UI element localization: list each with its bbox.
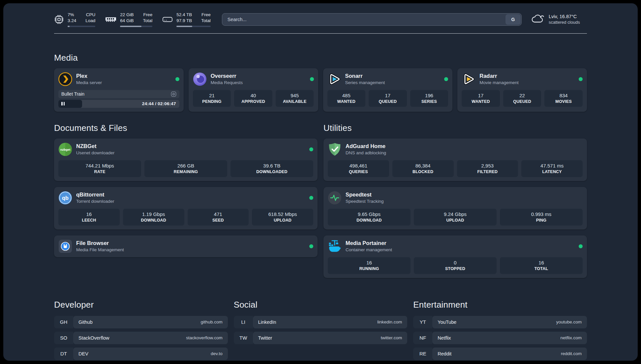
svg-text:nzbget: nzbget: [60, 147, 71, 151]
stat-blocked: 86,384BLOCKED: [392, 160, 454, 177]
search-input[interactable]: [222, 13, 522, 26]
stat-upload: 9.24 GbpsUPLOAD: [414, 209, 497, 226]
service-card-speedtest[interactable]: Speedtest Speedtest Tracking 9.65 GbpsDO…: [323, 187, 587, 229]
bookmark-abbr: SO: [54, 332, 73, 344]
weather-condition: scattered clouds: [549, 20, 580, 25]
service-desc: Media Requests: [211, 80, 243, 85]
bookmark-group-entertainment: Entertainment YT YouTubeyoutube.com NF N…: [413, 300, 587, 361]
service-desc: Usenet downloader: [76, 150, 114, 155]
bookmark-group-social: Social LI LinkedInlinkedin.com TW Twitte…: [234, 300, 408, 361]
stat-stopped: 0STOPPED: [414, 257, 497, 274]
search-provider-button[interactable]: G: [505, 14, 521, 25]
bookmark-abbr: LI: [234, 316, 253, 328]
status-dot: [579, 77, 583, 81]
service-desc: Torrent downloader: [76, 199, 114, 204]
radarr-icon: [462, 72, 475, 86]
stat-queued: 22QUEUED: [503, 90, 541, 107]
playback-time: 24:44 / 02:06:47: [142, 101, 176, 106]
bookmark-linkedin[interactable]: LI LinkedInlinkedin.com: [234, 316, 408, 328]
bookmark-url: github.com: [201, 319, 223, 324]
bookmark-url: stackoverflow.com: [186, 335, 222, 340]
bookmark-netflix[interactable]: NF Netflixnetflix.com: [413, 332, 587, 344]
cpu-icon: [54, 15, 64, 24]
service-desc: Container management: [346, 247, 392, 252]
dashboard-page: 7%3.24 CPULoad: [3, 3, 638, 361]
service-desc: Speedtest Tracking: [346, 199, 384, 204]
service-card-adguard[interactable]: AdGuard Home DNS and adblocking 498,461Q…: [323, 138, 587, 181]
section-title-social: Social: [234, 300, 408, 310]
stat-download: 1.19 GbpsDOWNLOAD: [123, 209, 184, 226]
bookmark-youtube[interactable]: YT YouTubeyoutube.com: [413, 316, 587, 328]
service-desc: DNS and adblocking: [346, 150, 386, 155]
section-title-entertainment: Entertainment: [413, 300, 587, 310]
service-name: Overseerr: [211, 73, 243, 79]
stat-available: 945AVAILABLE: [276, 90, 314, 107]
bookmark-stackoverflow[interactable]: SO StackOverflowstackoverflow.com: [54, 332, 228, 344]
service-card-qbittorrent[interactable]: qb qBittorrent Torrent downloader: [54, 187, 318, 229]
bookmark-name: Netflix: [438, 335, 451, 341]
bookmark-abbr: GH: [54, 316, 73, 328]
resource-widgets: 7%3.24 CPULoad: [54, 12, 211, 27]
search-bar: G: [222, 13, 522, 26]
speedtest-icon: [328, 191, 342, 205]
bookmark-url: dev.to: [211, 351, 223, 356]
stat-series: 196SERIES: [410, 90, 448, 107]
bookmark-name: YouTube: [438, 319, 456, 325]
stat-seed: 471SEED: [188, 209, 249, 226]
topbar-divider: [54, 33, 587, 34]
bookmark-github[interactable]: GH Githubgithub.com: [54, 316, 228, 328]
service-name: NZBGet: [76, 143, 114, 150]
bookmark-url: youtube.com: [556, 319, 582, 324]
plex-icon: [58, 72, 72, 86]
bookmark-url: reddit.com: [561, 351, 582, 356]
service-card-filebrowser[interactable]: File Browser Media File Management: [54, 235, 318, 257]
qbittorrent-icon: qb: [58, 191, 72, 205]
bookmark-url: linkedin.com: [377, 319, 402, 324]
stat-rate: 744.21 MbpsRATE: [58, 160, 141, 177]
service-name: qBittorrent: [76, 192, 114, 198]
pause-icon[interactable]: [61, 102, 65, 106]
now-playing-icon: [171, 91, 176, 97]
bookmark-dev[interactable]: DT DEVdev.to: [54, 348, 228, 360]
stat-queued: 17QUEUED: [369, 90, 407, 107]
portainer-icon: [328, 239, 342, 253]
section-media: Media Plex Media server: [54, 53, 587, 112]
bookmark-reddit[interactable]: RE Redditreddit.com: [413, 348, 587, 360]
status-dot: [309, 147, 313, 151]
service-name: Sonarr: [345, 73, 385, 79]
bookmark-name: LinkedIn: [258, 319, 276, 325]
service-desc: Movie management: [479, 80, 519, 85]
bookmark-name: DEV: [78, 351, 88, 356]
bookmark-twitter[interactable]: TW Twittertwitter.com: [234, 332, 408, 344]
stat-leech: 16LEECH: [58, 209, 120, 226]
bookmark-url: twitter.com: [381, 335, 402, 340]
bookmark-group-developer: Developer GH Githubgithub.com SO StackOv…: [54, 300, 228, 361]
service-card-overseerr[interactable]: Overseerr Media Requests 21PENDING 40APP…: [189, 68, 318, 112]
section-title-developer: Developer: [54, 300, 228, 310]
bookmark-abbr: RE: [413, 348, 432, 360]
bookmark-name: StackOverflow: [78, 335, 109, 341]
svg-text:qb: qb: [62, 195, 69, 200]
service-card-sonarr[interactable]: Sonarr Series management 485WANTED 17QUE…: [323, 68, 453, 112]
resource-widget-memory: 22 GiB64 GiB FreeTotal: [105, 12, 152, 27]
memory-labels: FreeTotal: [143, 12, 153, 24]
cpu-usage-bar: [68, 26, 95, 27]
bookmark-abbr: YT: [413, 316, 432, 328]
nzbget-icon: nzbget: [58, 142, 72, 156]
section-documents: Documents & Files nzbget: [54, 123, 318, 278]
section-utilities: Utilities: [323, 123, 587, 278]
overseerr-icon: [193, 72, 207, 86]
service-name: Radarr: [479, 73, 519, 79]
status-dot: [175, 77, 179, 81]
service-card-radarr[interactable]: Radarr Movie management 17WANTED 22QUEUE…: [457, 68, 587, 112]
service-card-portainer[interactable]: Media Portainer Container management 16R…: [323, 235, 587, 278]
sonarr-icon: [327, 72, 341, 86]
stat-ping: 0.993 msPING: [500, 209, 583, 226]
stat-queries: 498,461QUERIES: [328, 160, 389, 177]
stat-filtered: 2,953FILTERED: [457, 160, 518, 177]
bookmark-abbr: TW: [234, 332, 253, 344]
service-card-plex[interactable]: Plex Media server Bullet Train: [54, 68, 184, 112]
section-title-utilities: Utilities: [323, 123, 587, 133]
weather-widget: Lviv, 16.87°C scattered clouds: [531, 14, 587, 25]
service-card-nzbget[interactable]: nzbget NZBGet Usenet downloader 74: [54, 138, 318, 181]
